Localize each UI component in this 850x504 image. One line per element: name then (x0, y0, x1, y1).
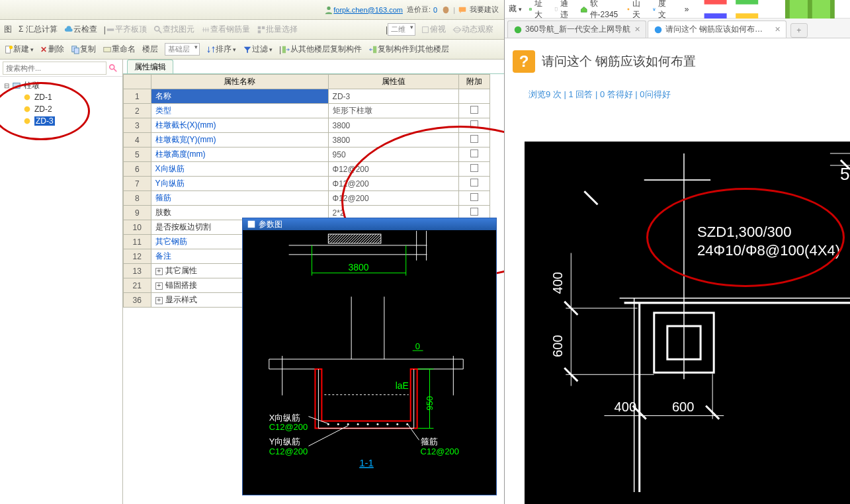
top-view-button[interactable]: 俯视 (421, 24, 446, 35)
svg-rect-17 (282, 46, 286, 53)
prop-value-cell[interactable]: ZD-3 (328, 89, 458, 104)
rename-button[interactable]: 重命名 (103, 44, 136, 55)
search-input[interactable] (3, 62, 106, 75)
delete-button[interactable]: ✕删除 (40, 44, 64, 55)
filter-button[interactable]: 过滤▾ (243, 44, 273, 55)
search-row (0, 60, 122, 77)
orbit-icon (452, 25, 462, 34)
row-number: 36 (124, 293, 151, 308)
svg-rect-6 (258, 26, 261, 28)
grid-row[interactable]: 4柱墩截宽(Y)(mm)3800 (124, 133, 490, 147)
tu-button[interactable]: 图 (4, 24, 12, 35)
addon-cell[interactable] (458, 118, 489, 133)
collapse-icon[interactable]: ⊟ (3, 82, 11, 89)
svg-text:3800: 3800 (349, 262, 369, 273)
prop-value-cell[interactable]: 3800 (328, 118, 458, 133)
suggest-link[interactable]: 我要建议 (470, 5, 499, 15)
grid-row[interactable]: 2类型矩形下柱墩 (124, 104, 490, 118)
prop-value-cell[interactable]: 950 (328, 147, 458, 162)
orbit-button[interactable]: 动态观察 (452, 24, 493, 35)
checkbox[interactable] (470, 149, 478, 157)
new-icon (4, 45, 13, 54)
close-icon[interactable]: ✕ (634, 25, 640, 34)
checkbox[interactable] (470, 193, 478, 201)
tree-item-zd3[interactable]: ZD-3 (3, 115, 122, 127)
dimension-select[interactable]: 二维 (388, 23, 415, 36)
addon-cell[interactable] (458, 177, 489, 191)
prop-value-cell[interactable]: Φ12@200 (328, 191, 458, 206)
new-button[interactable]: 新建▾ (4, 44, 34, 55)
tree-item-zd2[interactable]: ZD-2 (3, 103, 122, 115)
prop-name-cell[interactable]: 柱墩高度(mm) (151, 147, 328, 162)
checkbox[interactable] (470, 135, 478, 143)
checkbox[interactable] (470, 106, 478, 114)
copy-from-floor-button[interactable]: 从其他楼层复制构件 (281, 44, 362, 55)
user-link[interactable]: forpk.chen@163.com (333, 6, 403, 14)
pingqi-button[interactable]: 平齐板顶 (106, 24, 147, 35)
prop-name-cell[interactable]: 箍筋 (151, 191, 328, 206)
expand-icon[interactable]: + (155, 297, 163, 304)
bookmark-fav[interactable]: 藏▾ (509, 3, 522, 15)
grid-row[interactable]: 5柱墩高度(mm)950 (124, 147, 490, 162)
sort-button[interactable]: 排序▾ (206, 44, 236, 55)
copy-button[interactable]: 复制 (71, 44, 96, 55)
prop-name-cell[interactable]: 柱墩截长(X)(mm) (151, 118, 328, 133)
svg-text:5: 5 (840, 164, 850, 184)
toolbar-row-2: 新建▾ ✕删除 复制 重命名 楼层 基础层 排序▾ 过滤▾ | 从其他楼层复制构… (0, 40, 504, 60)
svg-line-20 (114, 69, 116, 71)
prop-name-cell[interactable]: Y向纵筋 (151, 177, 328, 191)
new-tab-button[interactable]: + (790, 23, 808, 38)
suggest-icon (458, 5, 467, 15)
cloud-check-button[interactable]: 云检查 (64, 24, 97, 35)
prop-value-cell[interactable]: Φ12@200 (328, 177, 458, 191)
svg-rect-81 (704, 0, 727, 5)
row-number: 3 (124, 118, 151, 133)
bookmark-software[interactable]: 软件-2345 (580, 0, 620, 21)
checkbox[interactable] (470, 164, 478, 172)
expand-icon[interactable]: + (155, 282, 163, 290)
addon-cell[interactable] (458, 133, 489, 147)
view-rebar-button[interactable]: 查看钢筋量 (201, 24, 250, 35)
prop-name-cell[interactable]: 类型 (151, 104, 328, 118)
addon-cell[interactable] (458, 89, 489, 104)
batch-select-button[interactable]: 批量选择 (257, 24, 298, 35)
floor-select[interactable]: 基础层 (165, 43, 200, 56)
addon-cell[interactable] (458, 162, 489, 177)
prop-value-cell[interactable]: 矩形下柱墩 (328, 104, 458, 118)
addon-cell[interactable] (458, 147, 489, 162)
prop-name-cell[interactable]: X向纵筋 (151, 162, 328, 177)
prop-value-cell[interactable]: 3800 (328, 133, 458, 147)
prop-name-cell[interactable]: 名称 (151, 89, 328, 104)
browser-tab-question[interactable]: 请问这个 钢筋应该如何布置_广 ✕ (648, 21, 786, 38)
find-tuyuan-button[interactable]: 查找图元 (153, 24, 194, 35)
row-number: 13 (124, 264, 151, 278)
svg-rect-18 (373, 46, 376, 53)
tree-root[interactable]: ⊟ 柱墩 (3, 79, 122, 91)
prop-value-cell[interactable]: Φ12@200 (328, 162, 458, 177)
svg-rect-76 (555, 7, 558, 10)
tree-item-zd1[interactable]: ZD-1 (3, 91, 122, 103)
checkbox[interactable] (470, 208, 478, 216)
grid-row[interactable]: 7Y向纵筋Φ12@200 (124, 177, 490, 191)
svg-line-5 (159, 30, 161, 32)
search-button[interactable] (106, 62, 120, 75)
grid-row[interactable]: 6X向纵筋Φ12@200 (124, 162, 490, 177)
tab-property-edit[interactable]: 属性编辑 (127, 60, 173, 73)
grid-row[interactable]: 3柱墩截长(X)(mm)3800 (124, 118, 490, 133)
addon-cell[interactable] (458, 191, 489, 206)
svg-rect-2 (459, 7, 466, 11)
svg-point-50 (357, 423, 359, 425)
prop-name-cell[interactable]: 柱墩截宽(Y)(mm) (151, 133, 328, 147)
grid-row[interactable]: 1名称ZD-3 (124, 89, 490, 104)
sigma-button[interactable]: Σ 汇总计算 (19, 24, 58, 35)
close-icon[interactable]: ✕ (775, 25, 781, 34)
addon-cell[interactable] (458, 104, 489, 118)
svg-rect-25 (248, 221, 255, 228)
expand-icon[interactable]: + (155, 268, 163, 275)
checkbox[interactable] (470, 120, 478, 128)
browser-tab-360[interactable]: 360导航_新一代安全上网导航 ✕ (507, 21, 646, 38)
grid-row[interactable]: 8箍筋Φ12@200 (124, 191, 490, 206)
checkbox[interactable] (470, 179, 478, 187)
bookmark-more[interactable]: » (685, 5, 689, 14)
copy-to-floor-button[interactable]: 复制构件到其他楼层 (368, 44, 449, 55)
